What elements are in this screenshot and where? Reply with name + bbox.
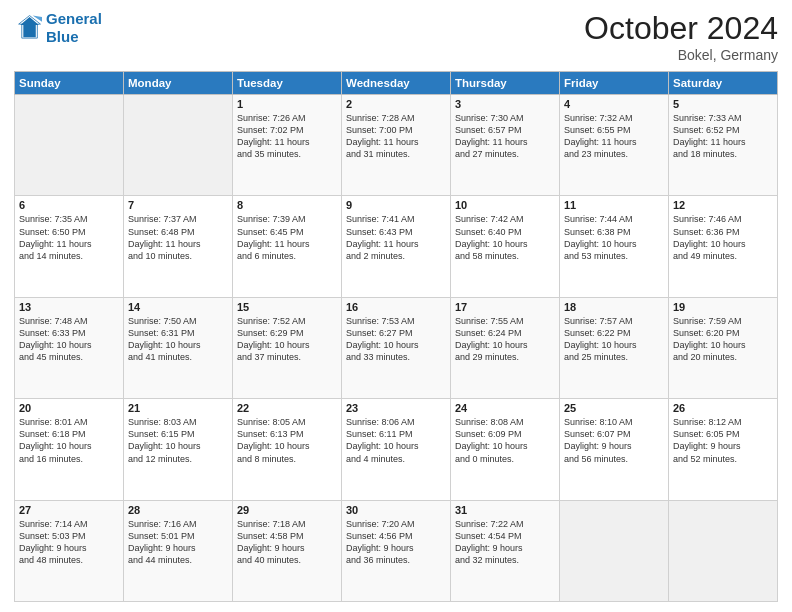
- weekday-header-tuesday: Tuesday: [233, 72, 342, 95]
- calendar-cell: 26Sunrise: 8:12 AM Sunset: 6:05 PM Dayli…: [669, 399, 778, 500]
- day-number: 25: [564, 402, 664, 414]
- header: General Blue October 2024 Bokel, Germany: [14, 10, 778, 63]
- calendar-cell: 25Sunrise: 8:10 AM Sunset: 6:07 PM Dayli…: [560, 399, 669, 500]
- calendar-cell: 24Sunrise: 8:08 AM Sunset: 6:09 PM Dayli…: [451, 399, 560, 500]
- weekday-header-sunday: Sunday: [15, 72, 124, 95]
- calendar-cell: 15Sunrise: 7:52 AM Sunset: 6:29 PM Dayli…: [233, 297, 342, 398]
- calendar-cell: 6Sunrise: 7:35 AM Sunset: 6:50 PM Daylig…: [15, 196, 124, 297]
- calendar-cell: 9Sunrise: 7:41 AM Sunset: 6:43 PM Daylig…: [342, 196, 451, 297]
- weekday-header-friday: Friday: [560, 72, 669, 95]
- day-number: 29: [237, 504, 337, 516]
- day-details: Sunrise: 8:03 AM Sunset: 6:15 PM Dayligh…: [128, 416, 228, 465]
- day-details: Sunrise: 7:26 AM Sunset: 7:02 PM Dayligh…: [237, 112, 337, 161]
- calendar-cell: 3Sunrise: 7:30 AM Sunset: 6:57 PM Daylig…: [451, 95, 560, 196]
- calendar-cell: 18Sunrise: 7:57 AM Sunset: 6:22 PM Dayli…: [560, 297, 669, 398]
- calendar-cell: 31Sunrise: 7:22 AM Sunset: 4:54 PM Dayli…: [451, 500, 560, 601]
- day-details: Sunrise: 7:37 AM Sunset: 6:48 PM Dayligh…: [128, 213, 228, 262]
- day-details: Sunrise: 7:57 AM Sunset: 6:22 PM Dayligh…: [564, 315, 664, 364]
- calendar-cell: 27Sunrise: 7:14 AM Sunset: 5:03 PM Dayli…: [15, 500, 124, 601]
- calendar-cell: 2Sunrise: 7:28 AM Sunset: 7:00 PM Daylig…: [342, 95, 451, 196]
- day-number: 22: [237, 402, 337, 414]
- calendar-cell: [15, 95, 124, 196]
- weekday-header-monday: Monday: [124, 72, 233, 95]
- calendar-row-1: 1Sunrise: 7:26 AM Sunset: 7:02 PM Daylig…: [15, 95, 778, 196]
- calendar-header: SundayMondayTuesdayWednesdayThursdayFrid…: [15, 72, 778, 95]
- logo-text: General Blue: [46, 10, 102, 46]
- day-details: Sunrise: 8:05 AM Sunset: 6:13 PM Dayligh…: [237, 416, 337, 465]
- logo-blue: Blue: [46, 28, 79, 45]
- day-number: 19: [673, 301, 773, 313]
- calendar-row-2: 6Sunrise: 7:35 AM Sunset: 6:50 PM Daylig…: [15, 196, 778, 297]
- day-details: Sunrise: 7:30 AM Sunset: 6:57 PM Dayligh…: [455, 112, 555, 161]
- day-number: 3: [455, 98, 555, 110]
- day-number: 11: [564, 199, 664, 211]
- day-number: 28: [128, 504, 228, 516]
- day-number: 20: [19, 402, 119, 414]
- calendar-cell: 5Sunrise: 7:33 AM Sunset: 6:52 PM Daylig…: [669, 95, 778, 196]
- calendar-cell: 14Sunrise: 7:50 AM Sunset: 6:31 PM Dayli…: [124, 297, 233, 398]
- day-number: 2: [346, 98, 446, 110]
- day-details: Sunrise: 8:12 AM Sunset: 6:05 PM Dayligh…: [673, 416, 773, 465]
- day-number: 23: [346, 402, 446, 414]
- calendar-cell: 17Sunrise: 7:55 AM Sunset: 6:24 PM Dayli…: [451, 297, 560, 398]
- calendar-row-4: 20Sunrise: 8:01 AM Sunset: 6:18 PM Dayli…: [15, 399, 778, 500]
- day-number: 1: [237, 98, 337, 110]
- day-details: Sunrise: 7:59 AM Sunset: 6:20 PM Dayligh…: [673, 315, 773, 364]
- calendar-cell: [124, 95, 233, 196]
- weekday-header-thursday: Thursday: [451, 72, 560, 95]
- calendar-body: 1Sunrise: 7:26 AM Sunset: 7:02 PM Daylig…: [15, 95, 778, 602]
- calendar-cell: 19Sunrise: 7:59 AM Sunset: 6:20 PM Dayli…: [669, 297, 778, 398]
- calendar-cell: 8Sunrise: 7:39 AM Sunset: 6:45 PM Daylig…: [233, 196, 342, 297]
- weekday-header-wednesday: Wednesday: [342, 72, 451, 95]
- day-number: 10: [455, 199, 555, 211]
- day-number: 9: [346, 199, 446, 211]
- calendar-cell: 30Sunrise: 7:20 AM Sunset: 4:56 PM Dayli…: [342, 500, 451, 601]
- day-details: Sunrise: 8:06 AM Sunset: 6:11 PM Dayligh…: [346, 416, 446, 465]
- day-details: Sunrise: 7:52 AM Sunset: 6:29 PM Dayligh…: [237, 315, 337, 364]
- day-number: 5: [673, 98, 773, 110]
- calendar-table: SundayMondayTuesdayWednesdayThursdayFrid…: [14, 71, 778, 602]
- day-details: Sunrise: 7:53 AM Sunset: 6:27 PM Dayligh…: [346, 315, 446, 364]
- day-number: 13: [19, 301, 119, 313]
- calendar-cell: 20Sunrise: 8:01 AM Sunset: 6:18 PM Dayli…: [15, 399, 124, 500]
- day-number: 7: [128, 199, 228, 211]
- calendar-cell: 13Sunrise: 7:48 AM Sunset: 6:33 PM Dayli…: [15, 297, 124, 398]
- svg-marker-0: [20, 17, 39, 37]
- day-number: 8: [237, 199, 337, 211]
- day-details: Sunrise: 7:33 AM Sunset: 6:52 PM Dayligh…: [673, 112, 773, 161]
- calendar-row-3: 13Sunrise: 7:48 AM Sunset: 6:33 PM Dayli…: [15, 297, 778, 398]
- day-number: 30: [346, 504, 446, 516]
- day-details: Sunrise: 8:01 AM Sunset: 6:18 PM Dayligh…: [19, 416, 119, 465]
- page: General Blue October 2024 Bokel, Germany…: [0, 0, 792, 612]
- day-details: Sunrise: 7:50 AM Sunset: 6:31 PM Dayligh…: [128, 315, 228, 364]
- calendar-cell: 21Sunrise: 8:03 AM Sunset: 6:15 PM Dayli…: [124, 399, 233, 500]
- calendar-cell: 4Sunrise: 7:32 AM Sunset: 6:55 PM Daylig…: [560, 95, 669, 196]
- day-number: 21: [128, 402, 228, 414]
- calendar-cell: 23Sunrise: 8:06 AM Sunset: 6:11 PM Dayli…: [342, 399, 451, 500]
- weekday-header-saturday: Saturday: [669, 72, 778, 95]
- day-number: 4: [564, 98, 664, 110]
- calendar-row-5: 27Sunrise: 7:14 AM Sunset: 5:03 PM Dayli…: [15, 500, 778, 601]
- weekday-row: SundayMondayTuesdayWednesdayThursdayFrid…: [15, 72, 778, 95]
- day-details: Sunrise: 7:48 AM Sunset: 6:33 PM Dayligh…: [19, 315, 119, 364]
- location: Bokel, Germany: [584, 47, 778, 63]
- calendar-cell: 16Sunrise: 7:53 AM Sunset: 6:27 PM Dayli…: [342, 297, 451, 398]
- day-number: 6: [19, 199, 119, 211]
- calendar-cell: 22Sunrise: 8:05 AM Sunset: 6:13 PM Dayli…: [233, 399, 342, 500]
- logo-general: General: [46, 10, 102, 27]
- calendar-cell: 10Sunrise: 7:42 AM Sunset: 6:40 PM Dayli…: [451, 196, 560, 297]
- day-number: 18: [564, 301, 664, 313]
- day-number: 27: [19, 504, 119, 516]
- day-details: Sunrise: 7:35 AM Sunset: 6:50 PM Dayligh…: [19, 213, 119, 262]
- day-details: Sunrise: 7:28 AM Sunset: 7:00 PM Dayligh…: [346, 112, 446, 161]
- calendar-cell: 11Sunrise: 7:44 AM Sunset: 6:38 PM Dayli…: [560, 196, 669, 297]
- calendar-cell: 29Sunrise: 7:18 AM Sunset: 4:58 PM Dayli…: [233, 500, 342, 601]
- logo-icon: [14, 14, 42, 42]
- day-number: 17: [455, 301, 555, 313]
- calendar-cell: 7Sunrise: 7:37 AM Sunset: 6:48 PM Daylig…: [124, 196, 233, 297]
- day-details: Sunrise: 8:10 AM Sunset: 6:07 PM Dayligh…: [564, 416, 664, 465]
- day-details: Sunrise: 7:42 AM Sunset: 6:40 PM Dayligh…: [455, 213, 555, 262]
- calendar-cell: [560, 500, 669, 601]
- calendar-cell: 1Sunrise: 7:26 AM Sunset: 7:02 PM Daylig…: [233, 95, 342, 196]
- day-number: 26: [673, 402, 773, 414]
